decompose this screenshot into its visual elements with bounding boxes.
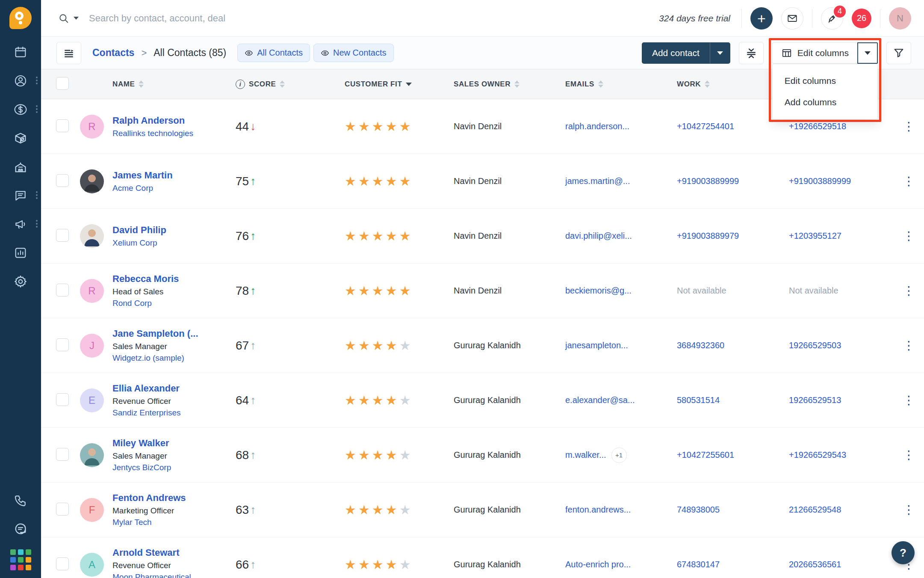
contact-name-link[interactable]: Fenton Andrews xyxy=(112,491,236,505)
row-checkbox[interactable] xyxy=(56,338,69,351)
campaigns-menu-dots-icon[interactable] xyxy=(36,220,38,228)
row-actions-menu[interactable]: ⋮ xyxy=(899,504,919,516)
contact-name-link[interactable]: Miley Walker xyxy=(112,436,236,450)
search-input[interactable] xyxy=(89,13,363,24)
quick-add-button[interactable]: + xyxy=(750,7,773,30)
contacts-menu-dots-icon[interactable] xyxy=(36,77,38,84)
sidebar-item-contacts[interactable] xyxy=(13,73,28,89)
contact-avatar[interactable]: R xyxy=(80,115,104,139)
freshworks-logo-icon[interactable] xyxy=(9,7,32,29)
work-number-link[interactable]: 3684932360 xyxy=(677,341,724,350)
contact-photo-avatar[interactable] xyxy=(80,443,104,467)
sort-desc-icon[interactable] xyxy=(406,83,412,86)
work-number-link[interactable]: 580531514 xyxy=(677,395,720,405)
email-link[interactable]: james.martin@... xyxy=(565,176,630,186)
add-contact-button[interactable]: Add contact xyxy=(642,42,710,64)
sidebar-item-analytics[interactable] xyxy=(13,245,28,261)
contact-company-link[interactable]: Acme Corp xyxy=(112,182,236,194)
deals-menu-dots-icon[interactable] xyxy=(36,105,38,113)
work-number-link[interactable]: 748938005 xyxy=(677,505,720,514)
mobile-number-link[interactable]: 19266529513 xyxy=(789,395,841,405)
app-switcher-grid-icon[interactable] xyxy=(10,549,31,570)
row-checkbox[interactable] xyxy=(56,503,69,516)
work-number-link[interactable]: +919003889979 xyxy=(677,231,739,240)
email-link[interactable]: janesampleton... xyxy=(565,341,628,350)
contact-company-link[interactable]: Jentycs BizCorp xyxy=(112,462,236,474)
mobile-number-link[interactable]: +19266529543 xyxy=(789,450,846,459)
contact-avatar[interactable]: E xyxy=(80,388,104,412)
select-all-checkbox[interactable] xyxy=(56,77,69,90)
row-checkbox[interactable] xyxy=(56,393,69,406)
contact-name-link[interactable]: Arnold Stewart xyxy=(112,546,236,560)
view-pill-all-contacts[interactable]: All Contacts xyxy=(237,44,310,62)
sort-icon[interactable] xyxy=(514,80,520,88)
work-number-link[interactable]: 674830147 xyxy=(677,560,720,569)
sidebar-item-campaigns[interactable] xyxy=(13,216,28,232)
work-number-link[interactable]: +10427255601 xyxy=(677,450,734,459)
contact-photo-avatar[interactable] xyxy=(80,169,104,193)
mobile-number-link[interactable]: 20266536561 xyxy=(789,560,841,569)
view-switcher-button[interactable] xyxy=(56,42,81,64)
mobile-number-link[interactable]: +919003889999 xyxy=(789,176,851,186)
sidebar-item-settings[interactable] xyxy=(13,274,28,289)
row-checkbox[interactable] xyxy=(56,284,69,296)
dropdown-item-edit-columns[interactable]: Edit columns xyxy=(773,70,877,92)
email-link[interactable]: davi.philip@xeli... xyxy=(565,231,632,241)
contact-name-link[interactable]: David Philip xyxy=(112,223,236,237)
help-button[interactable]: ? xyxy=(892,541,915,564)
conversations-menu-dots-icon[interactable] xyxy=(36,191,38,199)
whats-new-button[interactable]: 4 xyxy=(821,7,843,30)
mobile-number-link[interactable]: +1203955127 xyxy=(789,231,841,240)
info-icon[interactable]: i xyxy=(236,80,245,89)
column-header-customer-fit[interactable]: CUSTOMER FIT xyxy=(345,80,454,89)
sidebar-item-products[interactable] xyxy=(13,130,28,146)
contact-company-link[interactable]: Sandiz Enterprises xyxy=(112,407,236,419)
sort-icon[interactable] xyxy=(139,80,144,88)
contact-name-link[interactable]: Jane Sampleton (... xyxy=(112,327,236,341)
edit-columns-button[interactable]: Edit columns xyxy=(772,42,857,64)
contact-avatar[interactable]: R xyxy=(80,279,104,303)
contact-avatar[interactable]: F xyxy=(80,498,104,522)
mobile-number-link[interactable]: 19266529503 xyxy=(789,341,841,350)
search-scope-caret-icon[interactable] xyxy=(74,17,79,20)
sidebar-item-chat-support[interactable] xyxy=(13,521,28,537)
sidebar-item-calendar[interactable] xyxy=(13,44,28,60)
sort-icon[interactable] xyxy=(705,80,710,88)
contact-company-link[interactable]: Moon Pharmaceutical xyxy=(112,571,236,578)
row-checkbox[interactable] xyxy=(56,557,69,570)
sidebar-item-conversations[interactable] xyxy=(13,188,28,203)
user-avatar[interactable]: N xyxy=(889,7,911,30)
email-link[interactable]: fenton.andrews... xyxy=(565,505,631,515)
row-actions-menu[interactable]: ⋮ xyxy=(899,175,919,187)
column-header-emails[interactable]: EMAILS xyxy=(565,80,677,89)
work-number-link[interactable]: +10427254401 xyxy=(677,122,734,131)
collapse-rows-button[interactable] xyxy=(739,42,764,64)
contact-company-link[interactable]: Rond Corp xyxy=(112,297,236,309)
mobile-number-link[interactable]: 21266529548 xyxy=(789,505,841,514)
contact-avatar[interactable]: J xyxy=(80,334,104,358)
contact-name-link[interactable]: Ralph Anderson xyxy=(112,114,236,127)
filter-button[interactable] xyxy=(886,42,911,64)
row-actions-menu[interactable]: ⋮ xyxy=(899,285,919,297)
row-checkbox[interactable] xyxy=(56,119,69,132)
notification-count-badge[interactable]: 26 xyxy=(852,9,871,28)
sidebar-item-phone[interactable] xyxy=(13,493,28,508)
contact-photo-avatar[interactable] xyxy=(80,224,104,248)
sort-icon[interactable] xyxy=(598,80,603,88)
sidebar-item-deals[interactable] xyxy=(13,102,28,117)
sort-icon[interactable] xyxy=(280,80,285,88)
email-link[interactable]: e.alexander@sa... xyxy=(565,395,635,405)
contact-name-link[interactable]: Rebecca Moris xyxy=(112,272,236,286)
work-number-link[interactable]: +919003889999 xyxy=(677,176,739,186)
row-checkbox[interactable] xyxy=(56,174,69,187)
contact-company-link[interactable]: Reallinks technologies xyxy=(112,127,236,139)
mobile-number-link[interactable]: +19266529518 xyxy=(789,122,846,131)
row-actions-menu[interactable]: ⋮ xyxy=(899,449,919,461)
column-header-name[interactable]: NAME xyxy=(112,80,236,89)
row-actions-menu[interactable]: ⋮ xyxy=(899,121,919,133)
more-emails-chip[interactable]: +1 xyxy=(611,448,627,463)
email-link[interactable]: Auto-enrich pro... xyxy=(565,560,631,569)
add-contact-caret-button[interactable] xyxy=(710,42,730,64)
row-checkbox[interactable] xyxy=(56,448,69,461)
dropdown-item-add-columns[interactable]: Add columns xyxy=(773,92,877,113)
